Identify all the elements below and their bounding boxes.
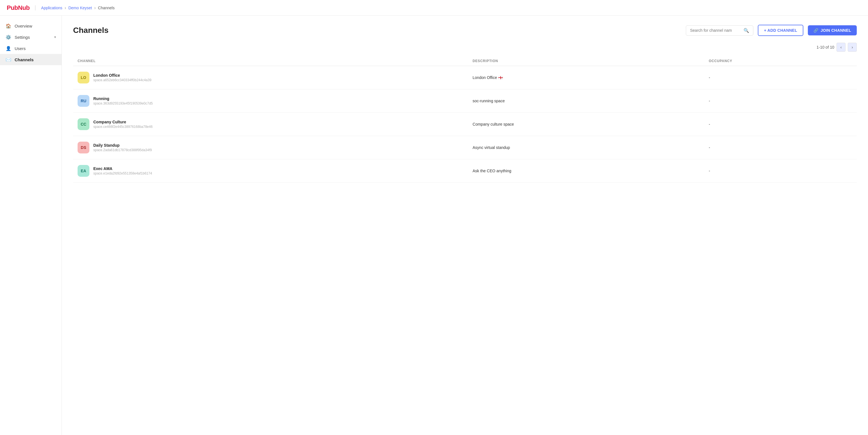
sidebar-item-settings[interactable]: ⚙️ Settings ▾	[0, 31, 62, 43]
channel-info: Company Culture space.ce466f2e445c389761…	[93, 120, 153, 129]
channel-avatar: EA	[78, 165, 89, 177]
channels-tbody: LO London Office space.a652eb6cc340334ff…	[73, 66, 857, 183]
user-icon: 👤	[6, 45, 11, 51]
sidebar-item-users[interactable]: 👤 Users	[0, 43, 62, 54]
table-row[interactable]: RU Running space.363d9255193e45f190539e0…	[73, 89, 857, 113]
header-actions: 🔍 + ADD CHANNEL 🔗 JOIN CHANNEL	[686, 25, 857, 36]
description-cell: Async virtual standup	[468, 136, 704, 159]
sidebar-label-users: Users	[14, 46, 26, 51]
search-box: 🔍	[686, 25, 753, 36]
occupancy-cell: -	[704, 159, 857, 183]
channel-name: Company Culture	[93, 120, 153, 124]
col-header-occupancy: OCCUPANCY	[704, 56, 857, 66]
join-channel-link-icon: 🔗	[813, 28, 818, 33]
channel-cell: EA Exec AMA space.e1eda2fd92e551358e4af1…	[73, 159, 468, 183]
pagination-prev-button[interactable]: ‹	[837, 43, 845, 52]
add-channel-button[interactable]: + ADD CHANNEL	[758, 25, 803, 36]
channel-id: space.a652eb6cc340334ff0b244c4a39	[93, 78, 152, 82]
sidebar-label-settings: Settings	[14, 35, 30, 40]
channel-avatar: CC	[78, 118, 89, 130]
channel-cell-inner: LO London Office space.a652eb6cc340334ff…	[78, 72, 464, 84]
channel-name: London Office	[93, 73, 152, 77]
breadcrumb-applications[interactable]: Applications	[41, 6, 62, 10]
sidebar-item-channels[interactable]: ✉️ Channels	[0, 54, 62, 65]
channel-cell-inner: EA Exec AMA space.e1eda2fd92e551358e4af1…	[78, 165, 464, 177]
channel-cell: LO London Office space.a652eb6cc340334ff…	[73, 66, 468, 89]
col-header-description: DESCRIPTION	[468, 56, 704, 66]
pagination-next-button[interactable]: ›	[848, 43, 857, 52]
table-row[interactable]: EA Exec AMA space.e1eda2fd92e551358e4af1…	[73, 159, 857, 183]
home-icon: 🏠	[6, 23, 11, 29]
sidebar-label-overview: Overview	[14, 24, 32, 28]
channel-avatar: DS	[78, 142, 89, 153]
table-row[interactable]: LO London Office space.a652eb6cc340334ff…	[73, 66, 857, 89]
channel-name: Exec AMA	[93, 166, 152, 171]
description-cell: soc-running space	[468, 89, 704, 113]
breadcrumb-sep-1: ›	[65, 5, 66, 10]
occupancy-cell: -	[704, 113, 857, 136]
channel-cell-inner: RU Running space.363d9255193e45f190539e0…	[78, 95, 464, 107]
channel-name: Running	[93, 96, 153, 101]
top-header: PubNub Applications › Demo Keyset › Chan…	[0, 0, 868, 16]
channel-icon: ✉️	[6, 57, 11, 62]
channel-cell: RU Running space.363d9255193e45f190539e0…	[73, 89, 468, 113]
breadcrumb-demo-keyset[interactable]: Demo Keyset	[68, 6, 92, 10]
channel-info: Exec AMA space.e1eda2fd92e551358e4af1b61…	[93, 166, 152, 175]
channel-id: space.363d9255193e45f190539e0c7d5	[93, 101, 153, 105]
channel-info: London Office space.a652eb6cc340334ff0b2…	[93, 73, 152, 82]
search-input[interactable]	[690, 28, 741, 33]
settings-icon: ⚙️	[6, 34, 11, 40]
col-header-channel: CHANNEL	[73, 56, 468, 66]
channel-cell-inner: DS Daily Standup space.2ada61db17878cd38…	[78, 142, 464, 153]
pagination-info: 1-10 of 10	[816, 45, 834, 50]
sidebar-item-overview[interactable]: 🏠 Overview	[0, 20, 62, 31]
channel-cell: CC Company Culture space.ce466f2e445c389…	[73, 113, 468, 136]
chevron-down-icon: ▾	[54, 35, 56, 39]
channel-avatar: LO	[78, 72, 89, 84]
description-cell: Company culture space	[468, 113, 704, 136]
join-channel-button[interactable]: 🔗 JOIN CHANNEL	[808, 25, 857, 35]
app-layout: 🏠 Overview ⚙️ Settings ▾ 👤 Users ✉️ Chan…	[0, 16, 868, 435]
breadcrumb-sep-2: ›	[94, 5, 96, 10]
sidebar: 🏠 Overview ⚙️ Settings ▾ 👤 Users ✉️ Chan…	[0, 16, 62, 435]
occupancy-cell: -	[704, 89, 857, 113]
table-header: CHANNEL DESCRIPTION OCCUPANCY	[73, 56, 857, 66]
occupancy-cell: -	[704, 66, 857, 89]
pubnub-logo: PubNub	[7, 4, 30, 11]
channel-info: Daily Standup space.2ada61db17878cd388f9…	[93, 143, 152, 152]
channel-id: space.e1eda2fd92e551358e4af1b6174	[93, 172, 152, 175]
breadcrumb-channels: Channels	[98, 6, 115, 10]
channel-id: space.2ada61db17878cd388f95da34f9	[93, 148, 152, 152]
channel-avatar: RU	[78, 95, 89, 107]
page-header: Channels 🔍 + ADD CHANNEL 🔗 JOIN CHANNEL	[73, 25, 857, 36]
pagination-row: 1-10 of 10 ‹ ›	[73, 43, 857, 52]
sidebar-label-channels: Channels	[14, 57, 34, 62]
page-title: Channels	[73, 26, 108, 35]
channels-table: CHANNEL DESCRIPTION OCCUPANCY LO London …	[73, 56, 857, 183]
channel-cell: DS Daily Standup space.2ada61db17878cd38…	[73, 136, 468, 159]
main-content: Channels 🔍 + ADD CHANNEL 🔗 JOIN CHANNEL …	[62, 16, 868, 435]
table-row[interactable]: DS Daily Standup space.2ada61db17878cd38…	[73, 136, 857, 159]
description-cell: Ask the CEO anything	[468, 159, 704, 183]
breadcrumb: Applications › Demo Keyset › Channels	[35, 5, 115, 10]
channel-name: Daily Standup	[93, 143, 152, 148]
occupancy-cell: -	[704, 136, 857, 159]
table-row[interactable]: CC Company Culture space.ce466f2e445c389…	[73, 113, 857, 136]
channel-info: Running space.363d9255193e45f190539e0c7d…	[93, 96, 153, 105]
join-channel-label: JOIN CHANNEL	[820, 28, 851, 33]
description-cell: London Office 🏴󠁧󠁢󠁥󠁮󠁧󠁿	[468, 66, 704, 89]
channel-id: space.ce466f2e445c38976168ba78e46	[93, 125, 153, 129]
channel-cell-inner: CC Company Culture space.ce466f2e445c389…	[78, 118, 464, 130]
search-icon: 🔍	[743, 28, 749, 33]
